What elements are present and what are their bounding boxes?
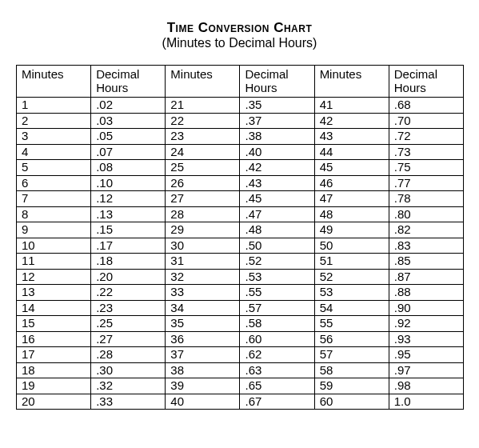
cell-minutes: 29 <box>166 222 240 238</box>
cell-minutes: 41 <box>314 98 389 114</box>
col-header-decimal: DecimalHours <box>91 66 166 98</box>
cell-minutes: 25 <box>166 160 240 176</box>
cell-decimal: .40 <box>240 144 314 160</box>
table-header-row: Minutes DecimalHours Minutes DecimalHour… <box>17 66 464 98</box>
cell-decimal: .65 <box>240 378 314 394</box>
cell-decimal: .25 <box>91 316 166 332</box>
cell-decimal: .72 <box>389 129 463 145</box>
cell-decimal: .20 <box>91 269 166 285</box>
table-row: 18.3038.6358.97 <box>17 362 464 378</box>
cell-minutes: 57 <box>314 347 389 363</box>
table-body: 1.0221.3541.682.0322.3742.703.0523.3843.… <box>17 98 464 410</box>
cell-decimal: .70 <box>389 113 463 129</box>
cell-minutes: 17 <box>17 347 91 363</box>
table-row: 19.3239.6559.98 <box>17 378 464 394</box>
cell-minutes: 3 <box>17 129 91 145</box>
cell-minutes: 7 <box>17 191 91 207</box>
cell-decimal: .02 <box>91 98 166 114</box>
cell-decimal: .58 <box>240 316 314 332</box>
cell-minutes: 55 <box>314 316 389 332</box>
cell-decimal: .05 <box>91 129 166 145</box>
cell-decimal: .13 <box>91 206 166 222</box>
cell-minutes: 38 <box>166 362 240 378</box>
cell-decimal: .83 <box>389 238 463 254</box>
cell-minutes: 28 <box>166 206 240 222</box>
cell-decimal: 1.0 <box>389 394 463 410</box>
cell-minutes: 18 <box>17 362 91 378</box>
cell-minutes: 58 <box>314 362 389 378</box>
cell-minutes: 59 <box>314 378 389 394</box>
cell-decimal: .07 <box>91 144 166 160</box>
cell-decimal: .23 <box>91 300 166 316</box>
cell-decimal: .50 <box>240 238 314 254</box>
cell-minutes: 24 <box>166 144 240 160</box>
cell-minutes: 60 <box>314 394 389 410</box>
cell-decimal: .57 <box>240 300 314 316</box>
cell-decimal: .55 <box>240 285 314 301</box>
cell-minutes: 56 <box>314 331 389 347</box>
cell-minutes: 21 <box>166 98 240 114</box>
cell-decimal: .75 <box>389 160 463 176</box>
cell-decimal: .12 <box>91 191 166 207</box>
cell-decimal: .48 <box>240 222 314 238</box>
table-row: 11.1831.5251.85 <box>17 254 464 270</box>
cell-minutes: 40 <box>166 394 240 410</box>
cell-minutes: 43 <box>314 129 389 145</box>
cell-decimal: .97 <box>389 362 463 378</box>
cell-decimal: .93 <box>389 331 463 347</box>
col-header-decimal: DecimalHours <box>240 66 314 98</box>
col-header-minutes: Minutes <box>166 66 240 98</box>
cell-minutes: 19 <box>17 378 91 394</box>
table-row: 2.0322.3742.70 <box>17 113 464 129</box>
cell-decimal: .47 <box>240 206 314 222</box>
cell-minutes: 30 <box>166 238 240 254</box>
cell-minutes: 26 <box>166 175 240 191</box>
table-row: 5.0825.4245.75 <box>17 160 464 176</box>
cell-minutes: 45 <box>314 160 389 176</box>
cell-decimal: .62 <box>240 347 314 363</box>
cell-decimal: .90 <box>389 300 463 316</box>
cell-minutes: 15 <box>17 316 91 332</box>
cell-decimal: .63 <box>240 362 314 378</box>
col-header-minutes: Minutes <box>314 66 389 98</box>
cell-decimal: .53 <box>240 269 314 285</box>
table-row: 17.2837.6257.95 <box>17 347 464 363</box>
cell-minutes: 23 <box>166 129 240 145</box>
cell-decimal: .52 <box>240 254 314 270</box>
cell-decimal: .67 <box>240 394 314 410</box>
cell-minutes: 42 <box>314 113 389 129</box>
cell-decimal: .08 <box>91 160 166 176</box>
cell-minutes: 9 <box>17 222 91 238</box>
cell-minutes: 47 <box>314 191 389 207</box>
cell-decimal: .37 <box>240 113 314 129</box>
cell-decimal: .35 <box>240 98 314 114</box>
cell-minutes: 27 <box>166 191 240 207</box>
table-row: 12.2032.5352.87 <box>17 269 464 285</box>
page-title: Time Conversion Chart <box>16 20 463 36</box>
cell-minutes: 50 <box>314 238 389 254</box>
conversion-table: Minutes DecimalHours Minutes DecimalHour… <box>16 65 464 410</box>
cell-minutes: 20 <box>17 394 91 410</box>
cell-minutes: 22 <box>166 113 240 129</box>
cell-minutes: 16 <box>17 331 91 347</box>
cell-minutes: 34 <box>166 300 240 316</box>
cell-decimal: .30 <box>91 362 166 378</box>
cell-decimal: .82 <box>389 222 463 238</box>
cell-minutes: 1 <box>17 98 91 114</box>
cell-decimal: .28 <box>91 347 166 363</box>
cell-minutes: 44 <box>314 144 389 160</box>
cell-decimal: .80 <box>389 206 463 222</box>
cell-minutes: 39 <box>166 378 240 394</box>
cell-minutes: 13 <box>17 285 91 301</box>
table-row: 16.2736.6056.93 <box>17 331 464 347</box>
cell-minutes: 31 <box>166 254 240 270</box>
cell-decimal: .10 <box>91 175 166 191</box>
cell-minutes: 53 <box>314 285 389 301</box>
cell-minutes: 11 <box>17 254 91 270</box>
table-row: 6.1026.4346.77 <box>17 175 464 191</box>
table-row: 3.0523.3843.72 <box>17 129 464 145</box>
cell-decimal: .45 <box>240 191 314 207</box>
cell-minutes: 4 <box>17 144 91 160</box>
cell-minutes: 36 <box>166 331 240 347</box>
cell-decimal: .77 <box>389 175 463 191</box>
